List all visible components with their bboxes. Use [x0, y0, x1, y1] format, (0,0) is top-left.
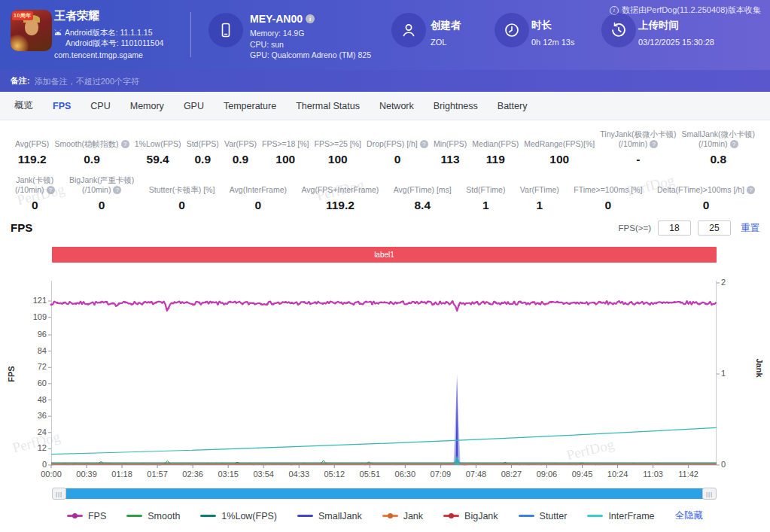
fps-threshold-input-1[interactable] — [658, 220, 691, 236]
tab-bar: 概览FPSCPUMemoryGPUTemperatureThermal Stat… — [0, 92, 770, 120]
series-smalljank — [454, 374, 461, 465]
stat-value: 0 — [15, 199, 55, 212]
legend-label: BigJank — [464, 511, 498, 521]
stats-panel: Avg(FPS)119.2Smooth(稳帧指数)?0.91%Low(FPS)5… — [0, 120, 770, 215]
y-left-tick-96: 96 — [17, 330, 47, 339]
device-block: MEY-AN00 i Memory: 14.9G CPU: sun GPU: Q… — [250, 13, 371, 61]
stat-label: MedRange(FPS)[%] — [524, 128, 595, 149]
tab-network[interactable]: Network — [370, 101, 424, 111]
stat-label: Smooth(稳帧指数)? — [54, 128, 129, 149]
stat-label: Var(FTime) — [520, 174, 559, 195]
help-icon[interactable]: ? — [420, 140, 428, 148]
stat-value: - — [600, 153, 676, 166]
stat-label: BigJank(严重卡顿)(/10min)? — [69, 174, 134, 195]
scrollbar-right-handle[interactable]: ||| — [702, 488, 717, 500]
phone-icon — [208, 13, 243, 47]
scrollbar-left-handle[interactable]: ||| — [52, 488, 66, 500]
stat-var-fps: Var(FPS)0.9 — [223, 128, 258, 166]
tab-memory[interactable]: Memory — [120, 101, 174, 111]
stat-std-fps: Std(FPS)0.9 — [185, 128, 221, 166]
legend-item-interframe[interactable]: InterFrame — [587, 511, 654, 521]
legend-label: FPS — [88, 511, 106, 521]
help-icon[interactable]: ? — [747, 186, 755, 194]
device-cpu: CPU: sun — [250, 39, 371, 50]
help-icon[interactable]: ? — [113, 186, 121, 194]
reset-button[interactable]: 重置 — [741, 222, 759, 235]
stat-label: Median(FPS) — [472, 128, 519, 149]
y-left-tick-60: 60 — [17, 378, 47, 388]
legend-item-1%low-fps[interactable]: 1%Low(FPS) — [200, 511, 277, 521]
collect-note: i 数据由PerfDog(11.2.250408)版本收集 — [610, 5, 761, 16]
y-left-tick-48: 48 — [17, 395, 47, 404]
tab-temperature[interactable]: Temperature — [214, 101, 286, 111]
help-icon[interactable]: ? — [121, 140, 129, 148]
remark-input[interactable] — [35, 77, 770, 86]
legend-marker — [297, 515, 313, 517]
stat-label: Avg(FPS+InterFrame) — [302, 174, 379, 195]
chart-legend: FPSSmooth1%Low(FPS)SmallJankJankBigJankS… — [0, 509, 770, 522]
stat-std-ftime: Std(FTime)1 — [464, 174, 507, 212]
stat-value: 0 — [367, 153, 428, 166]
chart-label-banner-text: label1 — [374, 251, 394, 259]
tab-cpu[interactable]: CPU — [81, 101, 120, 111]
x-tick-11-03: 11:03 — [643, 470, 663, 479]
legend-marker — [519, 515, 534, 517]
legend-marker — [200, 515, 216, 517]
legend-item-smalljank[interactable]: SmallJank — [297, 511, 362, 521]
tab-brightness[interactable]: Brightness — [424, 101, 488, 111]
stat-value: 113 — [434, 153, 467, 166]
stat-value: 1 — [520, 199, 559, 212]
legend-hide-all-link[interactable]: 全隐藏 — [675, 509, 704, 522]
legend-item-smooth[interactable]: Smooth — [126, 511, 180, 521]
y-left-tick-121: 121 — [17, 296, 47, 305]
stat-drop-fps-h: Drop(FPS) [/h]?0 — [365, 128, 430, 166]
stat-value: 0 — [230, 199, 287, 212]
help-icon[interactable]: ? — [730, 140, 738, 148]
x-tick-03-54: 03:54 — [253, 470, 274, 479]
tab-battery[interactable]: Battery — [488, 101, 537, 111]
stats-row-2: Jank(卡顿)(/10min)?0BigJank(严重卡顿)(/10min)?… — [5, 174, 765, 212]
y-left-tick-36: 36 — [17, 411, 47, 420]
help-icon[interactable]: ? — [650, 140, 658, 148]
fps-section-title: FPS — [11, 221, 32, 234]
tab-gpu[interactable]: GPU — [174, 101, 214, 111]
upload-value: 03/12/2025 15:30:28 — [638, 38, 714, 47]
creator-value: ZOL — [431, 38, 461, 47]
x-tick-09-45: 09:45 — [572, 470, 593, 479]
stat-label: Std(FTime) — [466, 174, 505, 195]
header-divider — [190, 12, 191, 57]
remark-label: 备注: — [11, 75, 30, 87]
x-tick-06-30: 06:30 — [395, 470, 416, 479]
fps-threshold-input-2[interactable] — [698, 220, 731, 236]
tab-fps[interactable]: FPS — [43, 101, 81, 111]
stat-value: 0 — [574, 199, 642, 212]
x-tick-10-24: 10:24 — [607, 470, 628, 479]
legend-item-stutter[interactable]: Stutter — [519, 511, 568, 521]
stat-stutter-%: Stutter(卡顿率) [%]0 — [148, 174, 217, 212]
stats-row-1: Avg(FPS)119.2Smooth(稳帧指数)?0.91%Low(FPS)5… — [5, 128, 765, 166]
tab-[interactable]: 概览 — [5, 99, 43, 112]
y-right-tick-0: 0 — [721, 460, 726, 469]
scrollbar-track[interactable] — [65, 488, 704, 499]
legend-item-jank[interactable]: Jank — [382, 511, 423, 521]
stat-label: FPS>=18 [%] — [262, 128, 309, 149]
device-info-icon[interactable]: i — [306, 14, 315, 23]
stat-avg-fps: Avg(FPS)119.2 — [14, 128, 50, 166]
x-tick-03-15: 03:15 — [218, 470, 239, 479]
y-axis-right-name: Jank — [754, 358, 763, 377]
stat-avg-ftime-ms: Avg(FTime) [ms]8.4 — [392, 174, 453, 212]
chart-range-scrollbar: ||| ||| — [52, 488, 717, 500]
legend-item-fps[interactable]: FPS — [67, 511, 106, 521]
x-tick-04-33: 04:33 — [288, 470, 309, 479]
stat-value: 0.9 — [54, 153, 129, 166]
legend-item-bigjank[interactable]: BigJank — [443, 511, 498, 521]
legend-label: Smooth — [148, 511, 180, 521]
stat-min-fps: Min(FPS)113 — [432, 128, 468, 166]
x-tick-07-48: 07:48 — [466, 470, 487, 479]
stat-smooth: Smooth(稳帧指数)?0.9 — [53, 128, 130, 166]
stat-value: 100 — [524, 153, 595, 166]
legend-label: Jank — [403, 511, 423, 521]
chart-label-banner[interactable]: label1 — [52, 247, 717, 263]
tab-thermal-status[interactable]: Thermal Status — [286, 101, 370, 111]
help-icon[interactable]: ? — [47, 186, 55, 194]
